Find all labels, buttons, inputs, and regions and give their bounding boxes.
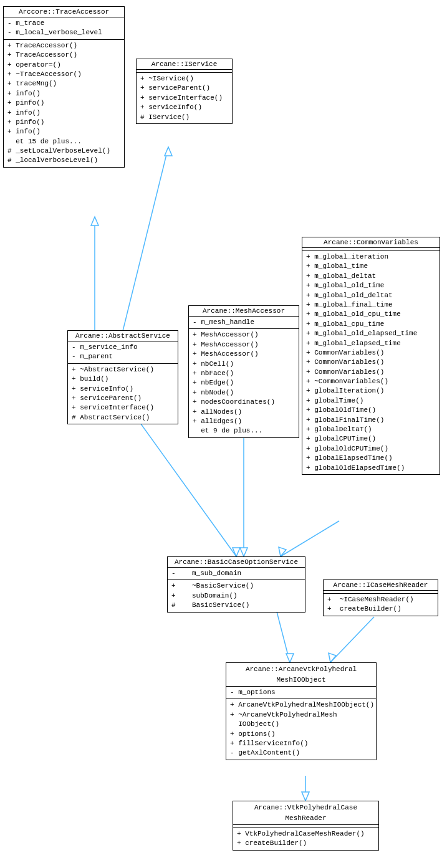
- is-5: # IService(): [139, 113, 229, 122]
- cv-17: + globalOldTime(): [305, 406, 437, 415]
- svg-marker-13: [329, 653, 336, 662]
- attr-1: - m_trace: [6, 19, 122, 28]
- cv-20: + globalCPUTime(): [305, 434, 437, 444]
- ma-1: + MeshAccessor(): [191, 330, 296, 340]
- as-title: Arcane::AbstractService: [68, 331, 178, 341]
- m-3: + operator=(): [6, 60, 122, 70]
- cv-8: + m_global_cpu_time: [305, 320, 437, 329]
- avp-3: + options(): [229, 730, 373, 739]
- traceAccessor-box: Arccore::TraceAccessor - m_trace - m_loc…: [3, 6, 125, 168]
- is-1: + ~IService(): [139, 74, 229, 83]
- is-2: + serviceParent(): [139, 83, 229, 93]
- avp-5: - getAxlContent(): [229, 748, 373, 758]
- as-4: + serviceParent(): [70, 394, 175, 403]
- meshAccessor-box: Arcane::MeshAccessor - m_mesh_handle + M…: [188, 305, 299, 438]
- bcos-title: Arcane::BasicCaseOptionService: [168, 557, 305, 568]
- vtkPolyhedralCase-box: Arcane::VtkPolyhedralCaseMeshReader + Vt…: [233, 801, 379, 851]
- cv-9: + m_global_old_elapsed_time: [305, 329, 437, 338]
- vpc-1: + VtkPolyhedralCaseMeshReader(): [236, 829, 376, 839]
- cv-6: + m_global_final_time: [305, 300, 437, 310]
- m-9: + pinfo(): [6, 118, 122, 127]
- iService-box: Arcane::IService + ~IService() + service…: [136, 59, 233, 124]
- as-2: + build(): [70, 374, 175, 384]
- avp-title: Arcane::ArcaneVtkPolyhedralMeshIOObject: [226, 663, 376, 687]
- m-8: + info(): [6, 108, 122, 118]
- cv-12: + CommonVariables(): [305, 358, 437, 367]
- ma-6: + nbEdge(): [191, 378, 296, 388]
- svg-marker-1: [91, 217, 98, 226]
- avp-2: + ~ArcaneVtkPolyhedralMesh: [229, 710, 373, 720]
- as-1: + ~AbstractService(): [70, 365, 175, 374]
- m-12: # _setLocalVerboseLevel(): [6, 146, 122, 156]
- icmr-1: + ~ICaseMeshReader(): [326, 595, 435, 604]
- m-6: + info(): [6, 89, 122, 98]
- m-13: # _localVerboseLevel(): [6, 156, 122, 165]
- avp-1: + ArcaneVtkPolyhedralMeshIOObject(): [229, 700, 373, 710]
- cv-18: + globalFinalTime(): [305, 416, 437, 425]
- ma-9: + allNodes(): [191, 408, 296, 417]
- iCaseMeshReader-box: Arcane::ICaseMeshReader + ~ICaseMeshRead…: [323, 579, 438, 616]
- as-methods: + ~AbstractService() + build() + service…: [68, 364, 178, 424]
- svg-marker-9: [279, 547, 286, 556]
- basicCaseOptionService-box: Arcane::BasicCaseOptionService - m_sub_d…: [167, 556, 305, 613]
- ma-3: + MeshAccessor(): [191, 350, 296, 359]
- cv-15: + globalIteration(): [305, 386, 437, 396]
- bcos-3: # BasicService(): [170, 601, 302, 610]
- traceAccessor-methods: + TraceAccessor() + TraceAccessor() + op…: [4, 40, 124, 167]
- ma-5: + nbFace(): [191, 369, 296, 378]
- svg-marker-7: [240, 548, 247, 556]
- cv-13: + CommonVariables(): [305, 368, 437, 377]
- cv-23: + globalOldElapsedTime(): [305, 464, 437, 473]
- icmr-title: Arcane::ICaseMeshReader: [324, 580, 438, 591]
- bcos-1: + ~BasicService(): [170, 581, 302, 591]
- as-a1: - m_service_info: [70, 343, 175, 352]
- as-3: + serviceInfo(): [70, 384, 175, 394]
- cv-11: + CommonVariables(): [305, 348, 437, 358]
- ma-8: + nodesCoordinates(): [191, 398, 296, 407]
- traceAccessor-attrs: - m_trace - m_local_verbose_level: [4, 17, 124, 40]
- avp-attrs: - m_options: [226, 687, 376, 699]
- arcaneVtk-box: Arcane::ArcaneVtkPolyhedralMeshIOObject …: [226, 662, 377, 760]
- cv-16: + globalTime(): [305, 396, 437, 406]
- m-2: + TraceAccessor(): [6, 50, 122, 60]
- as-5: + serviceInterface(): [70, 403, 175, 413]
- cv-7: + m_global_old_cpu_time: [305, 310, 437, 319]
- svg-marker-15: [302, 792, 309, 801]
- cv-19: + globalDeltaT(): [305, 425, 437, 434]
- commonVariables-box: Arcane::CommonVariables + m_global_itera…: [302, 237, 440, 475]
- m-10: + info(): [6, 127, 122, 136]
- attr-2: - m_local_verbose_level: [6, 28, 122, 37]
- cv-1: + m_global_iteration: [305, 252, 437, 262]
- vpc-title: Arcane::VtkPolyhedralCaseMeshReader: [233, 801, 378, 825]
- iService-methods: + ~IService() + serviceParent() + servic…: [137, 73, 232, 123]
- abstractService-box: Arcane::AbstractService - m_service_info…: [67, 330, 178, 424]
- svg-marker-11: [286, 654, 294, 662]
- as-a2: - m_parent: [70, 352, 175, 361]
- ma-7: + nbNode(): [191, 388, 296, 398]
- is-4: + serviceInfo(): [139, 103, 229, 112]
- diagram-container: Arccore::TraceAccessor - m_trace - m_loc…: [0, 0, 442, 868]
- bcos-methods: + ~BasicService() + subDomain() # BasicS…: [168, 580, 305, 611]
- is-3: + serviceInterface(): [139, 93, 229, 103]
- avp-methods: + ArcaneVtkPolyhedralMeshIOObject() + ~A…: [226, 699, 376, 759]
- as-6: # AbstractService(): [70, 413, 175, 422]
- cv-22: + globalElapsedTime(): [305, 454, 437, 463]
- avp-4: + fillServiceInfo(): [229, 739, 373, 748]
- ma-title: Arcane::MeshAccessor: [189, 306, 299, 317]
- m-7: + pinfo(): [6, 98, 122, 108]
- m-1: + TraceAccessor(): [6, 41, 122, 50]
- ma-a1: - m_mesh_handle: [191, 318, 296, 327]
- traceAccessor-title: Arccore::TraceAccessor: [4, 7, 124, 17]
- ma-11: et 9 de plus...: [191, 426, 296, 436]
- m-11: et 15 de plus...: [6, 137, 122, 146]
- as-attrs: - m_service_info - m_parent: [68, 341, 178, 364]
- icmr-2: + createBuilder(): [326, 604, 435, 614]
- ma-4: + nbCell(): [191, 360, 296, 369]
- svg-line-12: [330, 617, 374, 662]
- cv-10: + m_global_elapsed_time: [305, 339, 437, 348]
- svg-line-2: [123, 147, 168, 331]
- avp-a1: - m_options: [229, 688, 373, 697]
- bcos-2: + subDomain(): [170, 591, 302, 601]
- cv-methods: + m_global_iteration + m_global_time + m…: [302, 251, 440, 474]
- vpc-2: + createBuilder(): [236, 839, 376, 848]
